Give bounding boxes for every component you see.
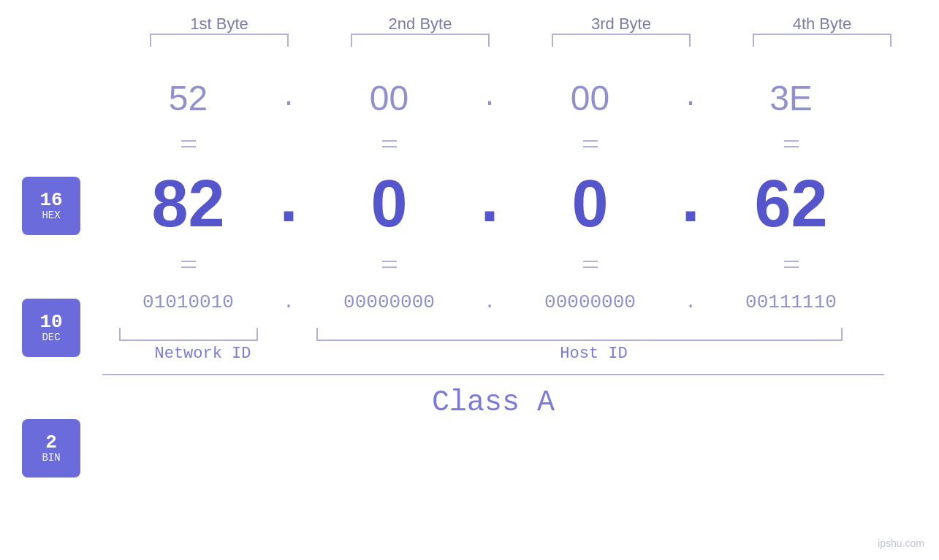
eq-bar-b-7 bbox=[583, 266, 598, 268]
main-container: 1st Byte 2nd Byte 3rd Byte 4th Byte 16 H… bbox=[0, 0, 939, 560]
eq-bars-2-4 bbox=[784, 261, 799, 268]
dec-dot-2: . bbox=[475, 166, 504, 241]
top-brackets bbox=[0, 34, 939, 47]
eq-bars-2-2 bbox=[382, 261, 397, 268]
bracket-1 bbox=[119, 34, 320, 47]
eq-bar-t-7 bbox=[583, 261, 598, 262]
class-label: Class A bbox=[432, 386, 555, 419]
hex-value-2: 00 bbox=[370, 78, 408, 118]
eq-1-4 bbox=[705, 129, 877, 158]
eq-bar-b-6 bbox=[382, 266, 397, 268]
network-id-wrap: Network ID bbox=[102, 345, 303, 363]
dec-base-number: 10 bbox=[39, 312, 62, 331]
eq-sep-1-2 bbox=[475, 129, 504, 158]
hex-base-label: HEX bbox=[42, 210, 60, 221]
eq-bars-2-1 bbox=[181, 261, 196, 268]
hex-val-3: 00 bbox=[504, 78, 676, 118]
bin-dot-3: . bbox=[676, 291, 705, 313]
eq-1-1 bbox=[102, 129, 274, 158]
bin-dot-2-char: . bbox=[484, 291, 495, 313]
bin-base-number: 2 bbox=[45, 433, 57, 452]
hex-dot-3: . bbox=[676, 83, 705, 113]
eq-bar-t-2 bbox=[382, 140, 397, 142]
hex-value-1: 52 bbox=[169, 78, 208, 118]
dec-dot-1: . bbox=[274, 166, 303, 241]
rows-wrapper: 16 HEX 10 DEC 2 BIN 52 . 00 bbox=[0, 69, 939, 419]
hex-badge: 16 HEX bbox=[22, 177, 80, 235]
eq-bar-b-3 bbox=[583, 146, 598, 147]
eq-1-3 bbox=[504, 129, 676, 158]
hex-dot-3-char: . bbox=[683, 83, 699, 113]
bin-value-3: 00000000 bbox=[544, 291, 636, 313]
eq-bar-b-2 bbox=[382, 146, 397, 147]
bin-val-3: 00000000 bbox=[504, 291, 676, 313]
equals-row-2 bbox=[102, 248, 939, 280]
hex-value-4: 3E bbox=[769, 78, 813, 118]
full-bottom-bracket bbox=[102, 374, 884, 375]
hex-row: 52 . 00 . 00 . 3E bbox=[102, 69, 939, 127]
network-id-label: Network ID bbox=[154, 345, 251, 363]
dec-val-1: 82 bbox=[102, 166, 274, 242]
host-id-wrap: Host ID bbox=[332, 345, 855, 363]
eq-bar-b-4 bbox=[784, 146, 799, 147]
eq-bar-b-8 bbox=[784, 266, 799, 268]
eq-bar-t-1 bbox=[181, 140, 196, 142]
eq-2-3 bbox=[504, 250, 676, 279]
bottom-brackets-row bbox=[102, 328, 939, 341]
class-label-wrap: Class A bbox=[102, 386, 884, 419]
hex-dot-2-char: . bbox=[482, 83, 498, 113]
hex-value-3: 00 bbox=[571, 78, 609, 118]
hex-dot-1: . bbox=[274, 83, 303, 113]
dec-val-2: 0 bbox=[303, 166, 475, 242]
eq-bar-b-1 bbox=[181, 146, 196, 147]
bottom-bracket-network-wrap bbox=[102, 328, 274, 341]
bin-value-2: 00000000 bbox=[343, 291, 435, 313]
bin-dot-2: . bbox=[475, 291, 504, 313]
bin-dot-3-char: . bbox=[685, 291, 696, 313]
bottom-bracket-host-wrap bbox=[303, 328, 855, 341]
bin-val-1: 01010010 bbox=[102, 291, 274, 313]
eq-bars-1-1 bbox=[181, 140, 196, 147]
bracket-line-2 bbox=[351, 34, 490, 47]
hex-val-1: 52 bbox=[102, 78, 274, 118]
dec-dot-1-char: . bbox=[269, 166, 308, 241]
watermark: ipshu.com bbox=[878, 537, 924, 549]
eq-bars-1-3 bbox=[583, 140, 598, 147]
bin-dot-1: . bbox=[274, 291, 303, 313]
eq-bars-1-4 bbox=[784, 140, 799, 147]
bottom-bracket-network bbox=[119, 328, 258, 341]
byte4-header: 4th Byte bbox=[722, 15, 923, 34]
bin-val-2: 00000000 bbox=[303, 291, 475, 313]
bottom-labels-row: Network ID Host ID bbox=[102, 345, 939, 363]
eq-sep-1-3 bbox=[676, 129, 705, 158]
eq-2-2 bbox=[303, 250, 475, 279]
dec-value-2: 0 bbox=[370, 166, 407, 242]
eq-sep-1-1 bbox=[274, 129, 303, 158]
eq-1-2 bbox=[303, 129, 475, 158]
bracket-3 bbox=[521, 34, 722, 47]
all-rows: 52 . 00 . 00 . 3E bbox=[0, 69, 939, 419]
eq-sep-2-1 bbox=[274, 250, 303, 279]
eq-bar-t-3 bbox=[583, 140, 598, 142]
bin-dot-1-char: . bbox=[283, 291, 294, 313]
byte2-header: 2nd Byte bbox=[320, 15, 521, 34]
hex-dot-2: . bbox=[475, 83, 504, 113]
bracket-line-3 bbox=[552, 34, 691, 47]
eq-bar-b-5 bbox=[181, 266, 196, 268]
dec-dot-2-char: . bbox=[470, 166, 509, 241]
bracket-line-4 bbox=[753, 34, 892, 47]
hex-base-number: 16 bbox=[39, 191, 62, 210]
eq-bar-t-5 bbox=[181, 261, 196, 262]
byte1-header: 1st Byte bbox=[119, 15, 320, 34]
dec-value-4: 62 bbox=[754, 166, 827, 242]
dec-dot-3: . bbox=[676, 166, 705, 241]
bracket-4 bbox=[722, 34, 923, 47]
bin-base-label: BIN bbox=[42, 452, 60, 464]
eq-bar-t-4 bbox=[784, 140, 799, 142]
bin-badge: 2 BIN bbox=[22, 419, 80, 477]
byte3-header: 3rd Byte bbox=[521, 15, 722, 34]
hex-val-2: 00 bbox=[303, 78, 475, 118]
bracket-line-1 bbox=[150, 34, 289, 47]
eq-2-1 bbox=[102, 250, 274, 279]
eq-bars-2-3 bbox=[583, 261, 598, 268]
